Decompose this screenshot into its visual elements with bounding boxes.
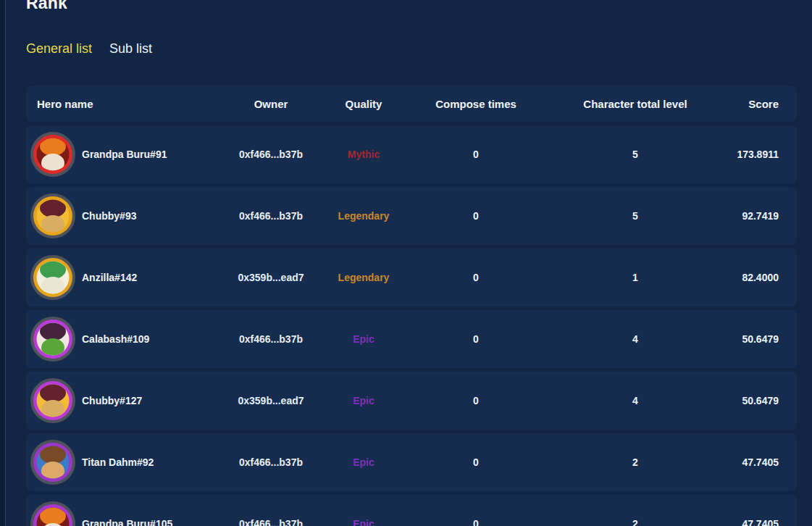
- quality-label: Epic: [327, 456, 400, 468]
- hero-name: Chubby#127: [82, 395, 142, 406]
- table-row: Chubby#127 0x359b...ead7 Epic 0 4 50.647…: [26, 372, 797, 430]
- hero-avatar: [30, 317, 75, 362]
- header-cell-score: Score: [719, 98, 797, 110]
- hero-avatar-image: [30, 440, 75, 485]
- table-row: Anzilla#142 0x359b...ead7 Legendary 0 1 …: [26, 249, 797, 306]
- compose-times: 0: [400, 149, 552, 160]
- score-value: 50.6479: [719, 395, 797, 406]
- total-level: 1: [552, 272, 719, 283]
- score-value: 173.8911: [719, 149, 797, 160]
- total-level: 5: [552, 149, 719, 160]
- score-value: 47.7405: [719, 456, 797, 468]
- header-cell-quality: Quality: [327, 98, 400, 110]
- quality-label: Mythic: [327, 149, 400, 160]
- quality-label: Epic: [327, 395, 400, 406]
- hero-avatar: [30, 501, 75, 526]
- score-value: 50.6479: [719, 333, 797, 345]
- hero-avatar-image: [30, 501, 75, 526]
- header-cell-hero-name: Hero name: [26, 98, 214, 110]
- hero-avatar-image: [30, 132, 75, 177]
- compose-times: 0: [400, 395, 552, 406]
- hero-avatar: [30, 440, 75, 485]
- hero-name: Grandpa Buru#91: [82, 149, 167, 160]
- compose-times: 0: [400, 456, 552, 468]
- total-level: 4: [552, 333, 719, 345]
- hero-avatar: [30, 132, 75, 177]
- owner-address: 0xf466...b37b: [214, 518, 327, 526]
- owner-address: 0xf466...b37b: [214, 456, 327, 468]
- panel-edge-divider: [0, 0, 6, 526]
- tab-general-list[interactable]: General list: [26, 41, 92, 57]
- total-level: 5: [552, 210, 719, 222]
- hero-avatar-image: [30, 255, 75, 300]
- owner-address: 0xf466...b37b: [214, 210, 327, 222]
- hero-avatar-image: [30, 317, 75, 362]
- table-row: Chubby#93 0xf466...b37b Legendary 0 5 92…: [26, 187, 797, 245]
- hero-avatar: [30, 378, 75, 423]
- tab-sub-list[interactable]: Sub list: [109, 41, 152, 57]
- quality-label: Legendary: [327, 210, 400, 222]
- header-cell-total-level: Character total level: [552, 98, 719, 110]
- hero-avatar-image: [30, 193, 75, 238]
- table-row: Titan Dahm#92 0xf466...b37b Epic 0 2 47.…: [26, 433, 797, 491]
- table-body: Grandpa Buru#91 0xf466...b37b Mythic 0 5…: [26, 125, 797, 526]
- hero-avatar: [30, 255, 75, 300]
- quality-label: Epic: [327, 333, 400, 345]
- hero-name: Grandpa Buru#105: [82, 518, 172, 526]
- compose-times: 0: [400, 272, 552, 283]
- rank-table: Hero name Owner Quality Compose times Ch…: [26, 85, 797, 526]
- owner-address: 0xf466...b37b: [214, 333, 327, 345]
- total-level: 2: [552, 518, 719, 526]
- table-row: Grandpa Buru#105 0xf466...b37b Epic 0 2 …: [26, 495, 797, 526]
- hero-name: Titan Dahm#92: [82, 456, 154, 468]
- hero-avatar-image: [30, 378, 75, 423]
- total-level: 2: [552, 456, 719, 468]
- tab-bar: General list Sub list: [26, 41, 152, 57]
- compose-times: 0: [400, 210, 552, 222]
- compose-times: 0: [400, 518, 552, 526]
- header-cell-owner: Owner: [214, 98, 327, 110]
- owner-address: 0xf466...b37b: [214, 149, 327, 160]
- compose-times: 0: [400, 333, 552, 345]
- owner-address: 0x359b...ead7: [214, 272, 327, 283]
- owner-address: 0x359b...ead7: [214, 395, 327, 406]
- table-row: Grandpa Buru#91 0xf466...b37b Mythic 0 5…: [26, 125, 797, 183]
- table-header: Hero name Owner Quality Compose times Ch…: [26, 85, 797, 122]
- hero-name: Calabash#109: [82, 333, 149, 345]
- score-value: 82.4000: [719, 272, 797, 283]
- total-level: 4: [552, 395, 719, 406]
- quality-label: Legendary: [327, 272, 400, 283]
- hero-name: Chubby#93: [82, 210, 136, 222]
- header-cell-compose: Compose times: [400, 98, 552, 110]
- page-title: Rank: [26, 0, 67, 13]
- hero-name: Anzilla#142: [82, 272, 137, 283]
- score-value: 92.7419: [719, 210, 797, 222]
- table-row: Calabash#109 0xf466...b37b Epic 0 4 50.6…: [26, 310, 797, 368]
- hero-avatar: [30, 193, 75, 238]
- quality-label: Epic: [327, 518, 400, 526]
- score-value: 47.7405: [719, 518, 797, 526]
